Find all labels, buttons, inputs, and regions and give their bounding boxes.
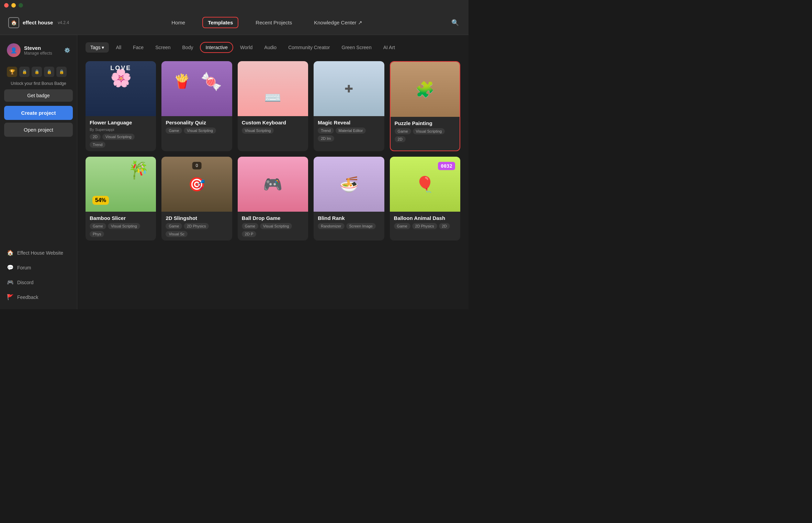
card-info-keyboard: Custom Keyboard Visual Scripting bbox=[238, 116, 308, 137]
card-title-quiz: Personality Quiz bbox=[166, 120, 228, 125]
main-content: Tags ▾ All Face Screen Body Interactive … bbox=[77, 35, 469, 309]
user-info: Steven Manage effects bbox=[24, 45, 61, 56]
card-tags-bamboo: Game Visual Scripting Phys bbox=[90, 223, 152, 237]
template-card-flower-language[interactable]: Flower Language By Supersappi 2D Visual … bbox=[86, 61, 156, 151]
sidebar-item-forum[interactable]: 💬 Forum bbox=[4, 261, 73, 274]
template-card-bamboo-slicer[interactable]: 54% Bamboo Slicer Game Visual Scripting … bbox=[86, 157, 156, 241]
percent-badge: 54% bbox=[92, 196, 109, 205]
nav-recent[interactable]: Recent Projects bbox=[251, 18, 297, 27]
card-tags-reveal: Trend Material Editor 2D Im bbox=[318, 127, 380, 142]
tags-dropdown-label: Tags ▾ bbox=[90, 45, 104, 50]
tag-aiart[interactable]: AI Art bbox=[379, 43, 400, 52]
card-info-slingshot: 2D Slingshot Game 2D Physics Visual Sc bbox=[161, 212, 232, 241]
template-grid: Flower Language By Supersappi 2D Visual … bbox=[86, 61, 460, 241]
card-tag: Game bbox=[90, 223, 106, 229]
card-info-balloon: Balloon Animal Dash Game 2D Physics 2D bbox=[390, 212, 460, 233]
template-card-magic-reveal[interactable]: Magic Reveal Trend Material Editor 2D Im bbox=[314, 61, 384, 151]
card-info-balldrop: Ball Drop Game Game Visual Scripting 2D … bbox=[238, 212, 308, 241]
open-project-button[interactable]: Open project bbox=[4, 123, 73, 137]
badge-1: 🏆 bbox=[7, 67, 17, 77]
badge-5: 🔒 bbox=[56, 67, 67, 77]
sidebar-spacer bbox=[4, 142, 73, 246]
card-tags-flower: 2D Visual Scripting Trend bbox=[90, 134, 152, 148]
card-info-quiz: Personality Quiz Game Visual Scripting bbox=[161, 116, 232, 137]
tag-all[interactable]: All bbox=[111, 43, 126, 52]
badge-2: 🔒 bbox=[19, 67, 30, 77]
sidebar-item-discord[interactable]: 🎮 Discord bbox=[4, 276, 73, 289]
sidebar-link-label-feedback: Feedback bbox=[17, 294, 38, 300]
close-button[interactable] bbox=[4, 3, 9, 8]
card-tag: 2D Physics bbox=[184, 223, 209, 229]
card-tag: Trend bbox=[318, 127, 334, 134]
tag-body[interactable]: Body bbox=[178, 43, 198, 52]
card-tags-puzzle: Game Visual Scripting 2D bbox=[395, 128, 455, 142]
logo-area: 🏠 effect house v4.2.4 bbox=[8, 17, 84, 28]
card-tag: Visual Scripting bbox=[102, 134, 135, 140]
template-card-blind-rank[interactable]: Blind Rank Randomizer Screen Image bbox=[314, 157, 384, 241]
card-title-balldrop: Ball Drop Game bbox=[242, 215, 304, 221]
settings-icon[interactable]: ⚙️ bbox=[64, 47, 70, 53]
card-info-blindrank: Blind Rank Randomizer Screen Image bbox=[314, 212, 384, 233]
user-subtitle[interactable]: Manage effects bbox=[24, 51, 61, 56]
sidebar-item-website[interactable]: 🏠 Effect House Website bbox=[4, 246, 73, 259]
card-tag: Visual Scripting bbox=[242, 127, 274, 134]
topnav: 🏠 effect house v4.2.4 Home Templates Rec… bbox=[0, 10, 469, 35]
logo-version: v4.2.4 bbox=[58, 20, 69, 25]
card-tag: Game bbox=[166, 127, 182, 134]
tag-world[interactable]: World bbox=[235, 43, 257, 52]
card-tag: Visual Scripting bbox=[260, 223, 292, 229]
card-tag: 2D bbox=[90, 134, 101, 140]
card-tags-quiz: Game Visual Scripting bbox=[166, 127, 228, 134]
minimize-button[interactable] bbox=[11, 3, 16, 8]
avatar: 👤 bbox=[7, 43, 21, 57]
app: 🏠 effect house v4.2.4 Home Templates Rec… bbox=[0, 10, 469, 309]
tags-bar: Tags ▾ All Face Screen Body Interactive … bbox=[86, 42, 460, 53]
card-image-balldrop bbox=[238, 157, 308, 212]
tag-interactive[interactable]: Interactive bbox=[200, 42, 233, 53]
tag-greenscreen[interactable]: Green Screen bbox=[337, 43, 376, 52]
badge-4: 🔒 bbox=[44, 67, 54, 77]
template-card-ball-drop[interactable]: Ball Drop Game Game Visual Scripting 2D … bbox=[238, 157, 308, 241]
card-image-slingshot: 0 bbox=[161, 157, 232, 212]
feedback-icon: 🚩 bbox=[7, 294, 14, 300]
card-subtitle-flower: By Supersappi bbox=[90, 127, 152, 132]
card-tag: Game bbox=[166, 223, 182, 229]
tag-screen[interactable]: Screen bbox=[150, 43, 175, 52]
nav-templates[interactable]: Templates bbox=[202, 17, 238, 28]
card-tag: Visual Sc bbox=[166, 231, 188, 237]
card-tag: 2D P bbox=[242, 231, 256, 237]
titlebar bbox=[0, 0, 469, 10]
sidebar-item-feedback[interactable]: 🚩 Feedback bbox=[4, 290, 73, 304]
website-icon: 🏠 bbox=[7, 249, 14, 256]
card-image-blindrank bbox=[314, 157, 384, 212]
create-project-button[interactable]: Create project bbox=[4, 106, 73, 120]
maximize-button[interactable] bbox=[19, 3, 23, 8]
card-tag: Phys bbox=[90, 231, 104, 237]
template-card-2d-slingshot[interactable]: 0 2D Slingshot Game 2D Physics Visual Sc bbox=[161, 157, 232, 241]
card-tag: 2D Im bbox=[318, 135, 334, 142]
sidebar-link-label-forum: Forum bbox=[17, 265, 31, 270]
template-card-puzzle-painting[interactable]: Puzzle Painting Game Visual Scripting 2D bbox=[390, 61, 460, 151]
card-tags-keyboard: Visual Scripting bbox=[242, 127, 304, 134]
nav-knowledge[interactable]: Knowledge Center ↗ bbox=[309, 18, 367, 28]
tags-dropdown[interactable]: Tags ▾ bbox=[86, 42, 109, 53]
card-info-flower: Flower Language By Supersappi 2D Visual … bbox=[86, 116, 156, 151]
tag-community[interactable]: Community Creator bbox=[283, 43, 335, 52]
card-image-flower bbox=[86, 61, 156, 116]
card-tag: 2D Physics bbox=[412, 223, 437, 229]
template-card-custom-keyboard[interactable]: Custom Keyboard Visual Scripting bbox=[238, 61, 308, 151]
template-card-personality-quiz[interactable]: Personality Quiz Game Visual Scripting bbox=[161, 61, 232, 151]
tag-face[interactable]: Face bbox=[128, 43, 148, 52]
badge-text: Unlock your first Bonus Badge bbox=[4, 80, 73, 89]
tag-audio[interactable]: Audio bbox=[259, 43, 281, 52]
nav-home[interactable]: Home bbox=[167, 18, 190, 27]
card-image-keyboard bbox=[238, 61, 308, 116]
get-badge-button[interactable]: Get badge bbox=[4, 89, 73, 102]
sidebar-link-label-website: Effect House Website bbox=[17, 250, 63, 256]
search-button[interactable]: 🔍 bbox=[450, 18, 460, 28]
template-card-balloon-animal[interactable]: 0032 Balloon Animal Dash Game 2D Physics… bbox=[390, 157, 460, 241]
card-tag: Game bbox=[242, 223, 258, 229]
card-tags-balldrop: Game Visual Scripting 2D P bbox=[242, 223, 304, 237]
card-tag: Visual Scripting bbox=[413, 128, 445, 134]
sidebar-links: 🏠 Effect House Website 💬 Forum 🎮 Discord… bbox=[4, 246, 73, 304]
